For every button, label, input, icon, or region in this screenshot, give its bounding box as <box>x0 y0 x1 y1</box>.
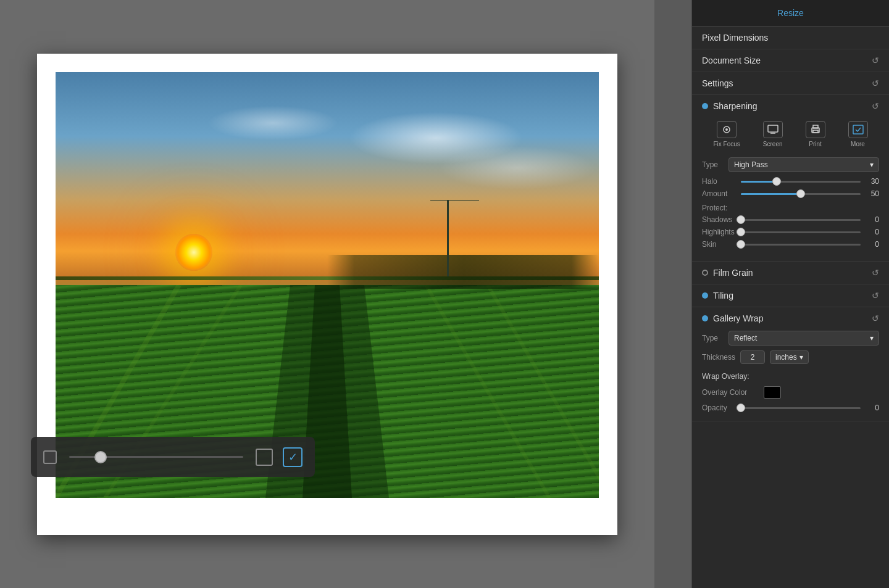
sharpening-title-row: Sharpening <box>702 101 758 111</box>
type-dropdown-value: High Pass <box>734 160 768 169</box>
screen-label: Screen <box>763 141 783 147</box>
film-grain-reset-icon[interactable]: ↺ <box>872 268 879 278</box>
screen-button[interactable]: Screen <box>758 118 788 150</box>
zoom-slider-track[interactable] <box>69 456 243 458</box>
photo-background <box>56 72 599 498</box>
thickness-row: Thickness 2 inches ▾ <box>702 350 879 364</box>
zoom-slider-thumb[interactable] <box>94 451 107 463</box>
sharpening-label: Sharpening <box>713 101 758 111</box>
settings-section[interactable]: Settings ↺ <box>692 72 889 95</box>
film-grain-inactive-dot <box>702 270 708 276</box>
shadows-slider-thumb[interactable] <box>737 215 745 224</box>
sun <box>175 234 212 271</box>
settings-reset-icon[interactable]: ↺ <box>872 78 879 88</box>
skin-slider-track[interactable] <box>741 244 861 246</box>
shadows-label: Shadows <box>702 215 736 224</box>
opacity-slider-thumb[interactable] <box>737 404 745 412</box>
film-grain-label: Film Grain <box>713 268 753 278</box>
unit-dropdown[interactable]: inches ▾ <box>770 350 809 364</box>
gallery-wrap-title-row: Gallery Wrap <box>702 313 763 323</box>
gallery-wrap-label: Gallery Wrap <box>713 313 763 323</box>
protect-label: Protect: <box>702 204 727 212</box>
film-grain-header[interactable]: Film Grain ↺ <box>702 268 879 278</box>
tiling-header[interactable]: Tiling ↺ <box>702 291 879 300</box>
halo-slider-track[interactable] <box>741 181 861 183</box>
sharpening-buttons-row: Fix Focus Screen <box>702 118 879 150</box>
wrap-overlay-label: Wrap Overlay: <box>702 372 749 381</box>
film-grain-section[interactable]: Film Grain ↺ <box>692 262 889 284</box>
tiling-active-dot <box>702 292 708 299</box>
overlay-color-row: Overlay Color <box>702 386 879 399</box>
amount-label: Amount <box>702 189 736 198</box>
amount-slider-row: Amount 50 <box>702 189 879 198</box>
document-size-section[interactable]: Document Size ↺ <box>692 49 889 72</box>
unit-chevron-icon: ▾ <box>799 353 803 362</box>
chevron-down-icon: ▾ <box>870 160 874 169</box>
gallery-wrap-chevron-icon: ▾ <box>870 334 874 342</box>
svg-rect-8 <box>768 125 778 132</box>
panel-title: Resize <box>777 8 804 18</box>
fix-focus-label: Fix Focus <box>713 141 740 147</box>
print-button[interactable]: Print <box>801 118 830 150</box>
gallery-wrap-type-dropdown[interactable]: Reflect ▾ <box>728 331 879 346</box>
gallery-wrap-type-label: Type <box>702 334 724 342</box>
highlights-slider-track[interactable] <box>741 231 861 233</box>
unit-value: inches <box>775 353 797 362</box>
svg-line-4 <box>426 285 549 498</box>
gallery-wrap-section: Gallery Wrap ↺ Type Reflect ▾ Thickness … <box>692 307 889 421</box>
skin-slider-thumb[interactable] <box>737 240 745 249</box>
halo-slider-fill <box>741 181 777 183</box>
sharpening-section: Sharpening ↺ Fix Focus <box>692 95 889 262</box>
canvas-area: ✓ <box>0 0 654 588</box>
amount-slider-track[interactable] <box>741 193 861 195</box>
shadows-value: 0 <box>866 215 879 224</box>
pixel-dimensions-label: Pixel Dimensions <box>702 33 768 43</box>
small-frame-icon <box>43 450 57 464</box>
skin-slider-row: Skin 0 <box>702 240 879 249</box>
amount-slider-thumb[interactable] <box>796 189 805 198</box>
highlights-slider-thumb[interactable] <box>737 228 745 236</box>
sharpening-active-dot <box>702 103 708 109</box>
gallery-wrap-type-row: Type Reflect ▾ <box>702 331 879 346</box>
gallery-wrap-reset-icon[interactable]: ↺ <box>872 313 879 323</box>
opacity-value: 0 <box>866 404 879 412</box>
tiling-section[interactable]: Tiling ↺ <box>692 284 889 307</box>
overlay-color-swatch[interactable] <box>764 386 781 399</box>
more-label: More <box>851 141 865 147</box>
sharpening-type-dropdown[interactable]: High Pass ▾ <box>728 157 879 172</box>
document-size-header[interactable]: Document Size ↺ <box>702 56 879 65</box>
settings-header[interactable]: Settings ↺ <box>702 78 879 88</box>
overlay-color-label: Overlay Color <box>702 388 758 397</box>
right-panel: Resize Pixel Dimensions Document Size ↺ … <box>691 0 889 588</box>
thickness-input[interactable]: 2 <box>740 350 765 364</box>
apply-checkbox[interactable]: ✓ <box>283 447 303 467</box>
pixel-dimensions-section[interactable]: Pixel Dimensions <box>692 27 889 49</box>
tiling-reset-icon[interactable]: ↺ <box>872 291 879 300</box>
more-button[interactable]: More <box>843 118 873 150</box>
svg-rect-12 <box>813 130 818 133</box>
settings-label: Settings <box>702 78 733 88</box>
opacity-row: Opacity 0 <box>702 404 879 412</box>
highlights-value: 0 <box>866 228 879 236</box>
gallery-wrap-active-dot <box>702 315 708 321</box>
document-size-label: Document Size <box>702 56 761 65</box>
document-size-reset-icon[interactable]: ↺ <box>872 56 879 65</box>
shadows-slider-track[interactable] <box>741 219 861 221</box>
svg-line-5 <box>488 285 599 498</box>
halo-slider-row: Halo 30 <box>702 177 879 186</box>
highlights-slider-row: Highlights 0 <box>702 228 879 236</box>
skin-value: 0 <box>866 240 879 249</box>
shadows-slider-row: Shadows 0 <box>702 215 879 224</box>
thickness-label: Thickness <box>702 353 735 362</box>
medium-frame-icon <box>256 449 273 466</box>
clouds-layer <box>56 93 599 242</box>
checkmark-icon: ✓ <box>288 450 298 464</box>
sharpening-type-row: Type High Pass ▾ <box>702 157 879 172</box>
sharpening-reset-icon[interactable]: ↺ <box>872 101 879 111</box>
svg-rect-11 <box>813 125 818 128</box>
opacity-slider-track[interactable] <box>741 407 861 409</box>
pixel-dimensions-header[interactable]: Pixel Dimensions <box>702 33 879 43</box>
fix-focus-button[interactable]: Fix Focus <box>708 118 745 150</box>
halo-slider-thumb[interactable] <box>772 177 781 186</box>
protect-section: Protect: <box>702 202 879 213</box>
